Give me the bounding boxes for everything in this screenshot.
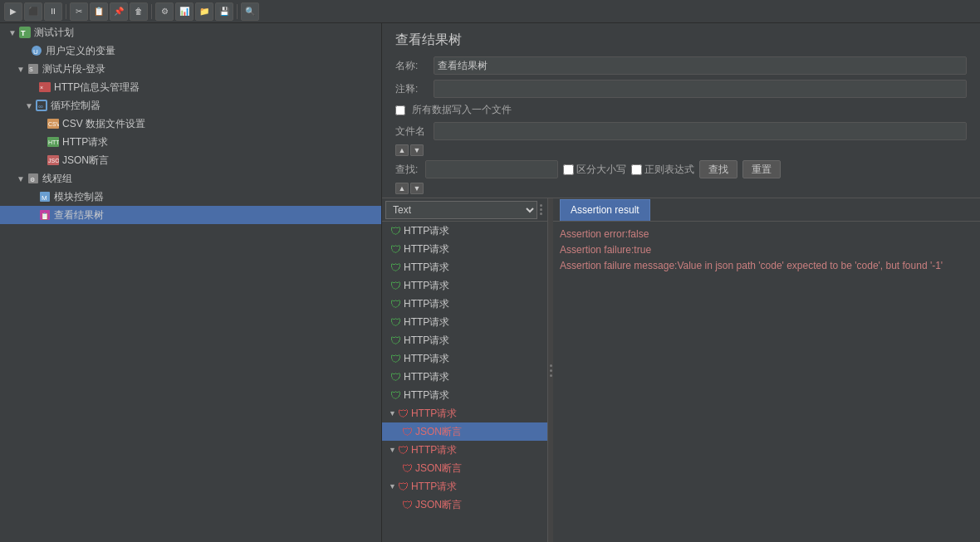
name-input[interactable]	[434, 56, 967, 75]
drag-dot-1	[550, 364, 552, 367]
tree-item-user-vars[interactable]: U 用户定义的变量	[0, 42, 381, 60]
search-row: 查找: 区分大小写 正则表达式 查找 重置	[382, 158, 980, 181]
filename-input[interactable]	[434, 122, 967, 140]
toolbar-btn-stop[interactable]: ⬛	[24, 2, 42, 21]
tree-label-http-req: HTTP请求	[62, 135, 108, 149]
list-label-15: JSON断言	[415, 498, 462, 512]
list-item-6[interactable]: 🛡 HTTP请求	[382, 331, 547, 349]
toolbar-btn-cut[interactable]: ✂	[70, 2, 88, 21]
scroll-up-btn-2[interactable]: ▲	[395, 183, 409, 194]
svg-text:M: M	[42, 194, 47, 202]
expand-arrow-12: ▼	[389, 446, 396, 454]
shield-err-13: 🛡	[402, 462, 413, 475]
toolbar-btn-search[interactable]: 🔍	[241, 2, 259, 21]
scroll-arrows-2: ▲ ▼	[382, 181, 980, 196]
list-label-5: HTTP请求	[404, 315, 449, 330]
comment-input[interactable]	[434, 80, 967, 98]
toolbar-btn-chart[interactable]: 📊	[175, 2, 194, 21]
list-label-7: HTTP请求	[404, 352, 449, 366]
tree-item-http-req[interactable]: HTTP HTTP请求	[0, 133, 381, 151]
scroll-up-btn[interactable]: ▲	[395, 144, 409, 156]
svg-text:S: S	[29, 66, 33, 72]
regex-checkbox[interactable]	[631, 164, 642, 175]
write-all-checkbox[interactable]	[395, 105, 405, 115]
toolbar-sep-2	[151, 4, 152, 19]
svg-text:∞: ∞	[38, 103, 43, 110]
tree-item-thread-group[interactable]: ▼ ⚙ 线程组	[0, 169, 381, 188]
icon-loop: ∞	[35, 99, 48, 112]
list-label-1: HTTP请求	[404, 242, 449, 256]
list-item-14[interactable]: ▼ 🛡 HTTP请求	[382, 477, 547, 496]
tree-item-http-header[interactable]: × HTTP信息头管理器	[0, 78, 381, 96]
expand-arrow-10: ▼	[389, 409, 396, 417]
shield-icon-1: 🛡	[390, 243, 401, 256]
tree-item-module[interactable]: M 模块控制器	[0, 188, 381, 206]
svg-text:HTTP: HTTP	[48, 139, 59, 145]
case-sensitive-checkbox[interactable]	[563, 164, 574, 175]
comment-label: 注释:	[395, 82, 429, 96]
list-item-15[interactable]: 🛡 JSON断言	[382, 496, 547, 514]
list-item-9[interactable]: 🛡 HTTP请求	[382, 386, 547, 404]
tree-item-segment[interactable]: ▼ S 测试片段-登录	[0, 60, 381, 78]
list-item-1[interactable]: 🛡 HTTP请求	[382, 240, 547, 258]
list-label-3: HTTP请求	[404, 279, 449, 293]
list-item-8[interactable]: 🛡 HTTP请求	[382, 368, 547, 386]
tree-area: ▼ T 测试计划 U 用户定义的变量 ▼ S	[0, 23, 381, 542]
list-item-3[interactable]: 🛡 HTTP请求	[382, 276, 547, 295]
icon-csv: CSV	[47, 117, 60, 130]
icon-http-header: ×	[38, 81, 51, 94]
icon-user-vars: U	[30, 44, 43, 57]
shield-err-12: 🛡	[398, 444, 409, 457]
list-label-8: HTTP请求	[404, 370, 449, 384]
text-dropdown[interactable]: Text HTML JSON XML Regexp Tester	[385, 201, 537, 219]
toolbar-btn-save[interactable]: 💾	[215, 2, 233, 21]
results-tree-list: 🛡 HTTP请求 🛡 HTTP请求 🛡 HTTP请求	[382, 222, 547, 542]
tree-label-test-plan: 测试计划	[34, 26, 74, 40]
toolbar-btn-run[interactable]: ▶	[4, 2, 22, 21]
list-item-5[interactable]: 🛡 HTTP请求	[382, 313, 547, 331]
shield-icon-7: 🛡	[390, 353, 401, 365]
reset-button[interactable]: 重置	[742, 160, 781, 178]
tree-label-json-assert: JSON断言	[62, 154, 109, 168]
tree-item-test-plan[interactable]: ▼ T 测试计划	[0, 23, 381, 42]
assertion-tab[interactable]: Assertion result	[560, 199, 650, 221]
tree-item-result-tree[interactable]: 📋 查看结果树	[0, 206, 381, 224]
assertion-line-0: Assertion error:false	[560, 227, 973, 242]
svg-text:JSON: JSON	[48, 158, 59, 164]
list-item-0[interactable]: 🛡 HTTP请求	[382, 222, 547, 240]
list-item-2[interactable]: 🛡 HTTP请求	[382, 258, 547, 276]
list-item-7[interactable]: 🛡 HTTP请求	[382, 349, 547, 368]
toolbar-btn-copy[interactable]: 📋	[90, 2, 108, 21]
scroll-down-btn[interactable]: ▼	[410, 144, 424, 156]
list-item-10[interactable]: ▼ 🛡 HTTP请求	[382, 404, 547, 422]
assertion-content: Assertion error:false Assertion failure:…	[553, 222, 980, 542]
drag-dot-3	[550, 374, 552, 377]
toolbar-btn-paste[interactable]: 📌	[110, 2, 128, 21]
toolbar-btn-settings[interactable]: ⚙	[155, 2, 174, 21]
toolbar-btn-delete[interactable]: 🗑	[130, 2, 148, 21]
svg-text:CSV: CSV	[48, 121, 59, 127]
tree-label-segment: 测试片段-登录	[42, 62, 105, 76]
list-item-12[interactable]: ▼ 🛡 HTTP请求	[382, 441, 547, 459]
scroll-down-btn-2[interactable]: ▼	[410, 183, 424, 194]
shield-icon-5: 🛡	[390, 316, 401, 329]
tree-item-loop[interactable]: ▼ ∞ 循环控制器	[0, 96, 381, 115]
arrow-thread: ▼	[15, 174, 27, 183]
list-item-4[interactable]: 🛡 HTTP请求	[382, 295, 547, 313]
list-label-11: JSON断言	[415, 425, 462, 439]
tree-item-csv[interactable]: CSV CSV 数据文件设置	[0, 115, 381, 133]
shield-err-10: 🛡	[398, 408, 409, 420]
tree-item-json-assert[interactable]: JSON JSON断言	[0, 151, 381, 169]
icon-http-req: HTTP	[47, 135, 60, 149]
text-panel: Text HTML JSON XML Regexp Tester	[382, 198, 548, 542]
drag-handle[interactable]	[537, 198, 544, 222]
toolbar-btn-open[interactable]: 📁	[195, 2, 213, 21]
arrow-test-plan: ▼	[7, 28, 18, 37]
write-all-label: 所有数据写入一个文件	[412, 103, 512, 117]
toolbar-btn-pause[interactable]: ⏸	[44, 2, 62, 21]
list-item-13[interactable]: 🛡 JSON断言	[382, 459, 547, 477]
search-button[interactable]: 查找	[699, 160, 737, 178]
search-input[interactable]	[425, 160, 558, 178]
list-label-6: HTTP请求	[404, 334, 449, 348]
list-item-11[interactable]: 🛡 JSON断言	[382, 422, 547, 441]
